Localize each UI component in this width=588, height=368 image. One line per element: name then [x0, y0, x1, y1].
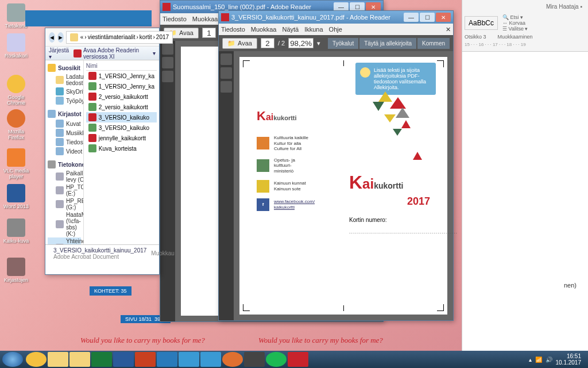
nav-item[interactable]: HaataMi (\\cfa-sbs) (K:): [48, 211, 81, 237]
word-user: Mira Haataja ▪: [465, 2, 586, 11]
nav-item[interactable]: SkyDrive: [48, 87, 81, 96]
adobe-sidebar: [219, 51, 234, 320]
pdf-viewport[interactable]: Lisää teksti ja sijoita allekirjoituksia…: [234, 51, 453, 320]
crop-mark: [243, 304, 250, 311]
pdf-icon: [221, 13, 229, 21]
address-field[interactable]: « ›viestintämateriaalit ›kortit ›2017: [66, 31, 173, 44]
file-item[interactable]: 2_versio_kaikukortt: [86, 102, 157, 112]
tab-comment[interactable]: Kommen: [417, 38, 450, 49]
nav-item[interactable]: Ladatut tiedostot: [48, 73, 81, 87]
desktop-icon-libs[interactable]: Kirjastojen: [2, 258, 30, 283]
taskbar-outlook-icon[interactable]: [157, 352, 177, 367]
desktop-icon-kaiku[interactable]: Kaiku-kuva: [2, 218, 30, 244]
window-title: Suomussalmi_150_line (002).pdf - Adobe R…: [173, 3, 311, 10]
desktop-icon-firefox[interactable]: Mozilla Firefox: [2, 109, 30, 140]
taskbar-folder-icon[interactable]: [69, 352, 90, 367]
nav-favorites[interactable]: Suosikit: [48, 63, 81, 73]
file-item[interactable]: jennylle_kaikukortt: [86, 133, 157, 143]
organize-menu[interactable]: Järjestä ▾: [49, 47, 69, 60]
nav-item[interactable]: Työpöytä: [48, 96, 81, 105]
file-item[interactable]: 2_versio_kaikukortt: [86, 91, 157, 102]
desktop-icon-word[interactable]: Word 2013: [2, 184, 30, 209]
tab-sign[interactable]: Täytä ja allekirjoita: [359, 38, 416, 49]
wallpaper-text: Would you like to carry my books for me?: [80, 336, 205, 345]
attachments-icon[interactable]: [220, 81, 232, 93]
titlebar[interactable]: 3_VERSIO_kaikukortti_kainuu_2017.pdf - A…: [219, 11, 453, 24]
taskbar-word-icon[interactable]: [113, 352, 134, 367]
nav-item[interactable]: Kuvat: [48, 119, 81, 128]
explorer-toolbar: Järjestä ▾ Avaa Adobe Readerin versiossa…: [45, 47, 159, 60]
menu-view[interactable]: Näytä: [282, 26, 299, 33]
system-tray[interactable]: ▴ 📶 🔊 16:51 10.1.2017: [529, 353, 586, 366]
tray-network-icon[interactable]: 📶: [535, 356, 542, 363]
file-item[interactable]: 3_VERSIO_kaikuko: [86, 112, 157, 122]
nav-item[interactable]: Musiikki: [48, 128, 81, 137]
word-window-partial: Mira Haataja ▪ AaBbCc 🔍 Etsi ▾ ↔ Korvaa …: [462, 0, 588, 368]
taskbar-spotify-icon[interactable]: [266, 352, 287, 367]
open-adobe-button[interactable]: Avaa Adobe Readerin versiossa XI ▾: [74, 47, 156, 60]
selected-filename: 3_VERSIO_kaikukortti_kainuu_2017: [53, 247, 146, 254]
selected-mod: Muokkau: [151, 250, 175, 256]
taskbar-chrome-icon[interactable]: [26, 352, 47, 367]
menu-edit[interactable]: Muokkaa: [192, 16, 218, 22]
taskbar-firefox-icon[interactable]: [222, 352, 243, 367]
desktop-icon-trash[interactable]: Roskakori: [2, 33, 30, 59]
taskbar-ie-icon[interactable]: [179, 352, 199, 367]
page-input[interactable]: [261, 38, 274, 48]
nav-item[interactable]: Tiedostot: [48, 137, 81, 147]
back-button[interactable]: ◄: [49, 32, 55, 43]
folder-icon: [70, 33, 78, 41]
taskbar-excel-icon[interactable]: [91, 352, 112, 367]
close-button[interactable]: ✕: [436, 13, 451, 22]
taskbar-adobe-icon[interactable]: [288, 352, 308, 367]
maximize-button[interactable]: ☐: [420, 13, 435, 22]
nav-libraries[interactable]: Kirjastot: [48, 109, 81, 119]
tray-volume-icon[interactable]: 🔊: [546, 356, 552, 363]
menu-edit[interactable]: Muokkaa: [251, 26, 277, 33]
menu-window[interactable]: Ikkuna: [304, 26, 323, 33]
taskbar-explorer-icon[interactable]: [48, 352, 68, 367]
style-box[interactable]: AaBbCc: [465, 16, 498, 30]
nav-item[interactable]: Videot: [48, 147, 81, 156]
open-button[interactable]: 📁 Avaa: [222, 38, 257, 49]
thumbnails-icon[interactable]: [162, 43, 173, 55]
page-input[interactable]: [202, 28, 216, 38]
tray-up-icon[interactable]: ▴: [529, 356, 532, 363]
nav-item[interactable]: Yhteinen (\\cfa-sbs) (Y:): [48, 237, 81, 244]
thumbnails-icon[interactable]: [220, 53, 232, 65]
taskbar-ie2-icon[interactable]: [200, 352, 221, 367]
browser-tabs-partial: [25, 10, 152, 26]
file-item[interactable]: 1_VERSIO_Jenny_ka: [86, 81, 157, 91]
crop-mark: [437, 60, 444, 67]
tab-tools[interactable]: Työkalut: [328, 38, 358, 49]
column-header[interactable]: Nimi: [86, 63, 157, 71]
editing-label: Muokkaaminen: [498, 34, 533, 40]
zoom-dropdown-icon[interactable]: ▾: [317, 40, 320, 47]
attachments-icon[interactable]: [162, 71, 173, 82]
start-button[interactable]: [2, 352, 23, 367]
zoom-input[interactable]: [288, 38, 314, 48]
minimize-button[interactable]: —: [404, 13, 419, 22]
replace-cmd[interactable]: ↔ Korvaa: [502, 20, 528, 26]
desktop-icon-vlc[interactable]: VLC media player: [2, 148, 30, 179]
nav-computer[interactable]: Tietokone: [48, 159, 81, 170]
file-item[interactable]: Kuva_korteista: [86, 143, 157, 154]
bookmarks-icon[interactable]: [220, 67, 232, 79]
bookmarks-icon[interactable]: [162, 57, 173, 68]
select-cmd[interactable]: ☰ Valitse ▾: [502, 26, 528, 32]
nav-item[interactable]: HP_TOOLS (E:): [48, 183, 81, 197]
find-cmd[interactable]: 🔍 Etsi ▾: [502, 14, 528, 20]
menu-help[interactable]: Ohje: [329, 26, 342, 33]
taskbar-powerpoint-icon[interactable]: [135, 352, 156, 367]
nav-item[interactable]: Paikallinen levy (C:): [48, 170, 81, 183]
file-item[interactable]: 1_VERSIO_Jenny_ka: [86, 71, 157, 81]
file-item[interactable]: 3_VERSIO_kaikuko: [86, 122, 157, 133]
desktop-icon-chrome[interactable]: Google Chrome: [2, 75, 30, 106]
forward-button[interactable]: ►: [57, 32, 64, 43]
nav-item[interactable]: HP_RECOVERY (G:): [48, 197, 81, 211]
items-count-badge: KOHTEET: 35: [90, 286, 131, 296]
taskbar-app-icon[interactable]: [244, 352, 265, 367]
menu-file[interactable]: Tiedosto: [221, 26, 245, 33]
menu-file[interactable]: Tiedosto: [163, 16, 187, 22]
menu-close-icon[interactable]: ✕: [446, 26, 451, 33]
